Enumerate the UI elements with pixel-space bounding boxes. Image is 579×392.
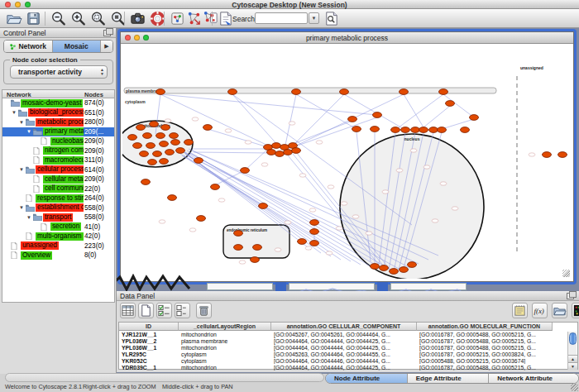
network-node[interactable] bbox=[400, 89, 409, 95]
import-attributes-icon[interactable] bbox=[552, 303, 567, 318]
tree-row[interactable]: unassigned223(0) bbox=[2, 241, 114, 251]
tree-row[interactable]: ▼transport558(0) bbox=[2, 213, 114, 222]
expand-arrow-icon[interactable]: ▼ bbox=[26, 215, 33, 220]
search-options-icon[interactable] bbox=[323, 10, 340, 27]
network-edge[interactable] bbox=[395, 94, 443, 130]
table-cell[interactable]: mitochondrion bbox=[179, 345, 271, 351]
network-node[interactable] bbox=[148, 160, 157, 165]
table-cell[interactable]: [GO:0044464, GO:0044444, GO:0044425, G..… bbox=[271, 338, 417, 345]
table-cell[interactable]: cytoplasm bbox=[179, 358, 271, 365]
tree-row[interactable]: nucleobase-209(0) bbox=[2, 136, 114, 146]
zoom-out-icon[interactable] bbox=[50, 10, 67, 27]
expand-arrow-icon[interactable]: ▼ bbox=[19, 167, 26, 172]
network-node[interactable] bbox=[267, 150, 276, 155]
network-view-window[interactable]: primary metabolic process plasma membran… bbox=[120, 31, 574, 282]
network-node[interactable] bbox=[228, 89, 237, 95]
network-node[interactable] bbox=[400, 267, 409, 273]
network-node[interactable] bbox=[156, 89, 165, 95]
table-cell[interactable]: plasma membrane bbox=[179, 338, 271, 345]
network-node[interactable] bbox=[203, 125, 213, 131]
control-panel-header[interactable]: Control Panel bbox=[0, 28, 116, 38]
network-node[interactable] bbox=[543, 152, 552, 158]
tab-network-attribute-browser[interactable]: Network Attribute Browser bbox=[489, 374, 578, 383]
table-cell[interactable]: YJR121W__1 bbox=[119, 332, 179, 338]
table-column-header[interactable]: ID bbox=[119, 323, 179, 331]
network-node[interactable] bbox=[340, 89, 349, 95]
network-node[interactable] bbox=[470, 115, 479, 121]
table-column-header[interactable]: annotation.GO CELLULAR_COMPONENT bbox=[271, 323, 417, 331]
unselect-attributes-icon[interactable] bbox=[175, 303, 190, 318]
function-builder-icon[interactable]: f(x) bbox=[532, 303, 548, 318]
delete-attribute-icon[interactable] bbox=[196, 303, 212, 318]
search-input[interactable] bbox=[255, 12, 308, 24]
network-node[interactable] bbox=[168, 195, 177, 201]
tree-row[interactable]: response to stimulu264(0) bbox=[2, 194, 114, 203]
network-node[interactable] bbox=[272, 143, 281, 149]
table-cell[interactable]: [GO:0016787, GO:0005488, GO:0005215, G..… bbox=[417, 365, 553, 371]
float-panel-icon[interactable] bbox=[567, 293, 574, 299]
table-cell[interactable]: [GO:0044464, GO:0044444, GO:0044425, G..… bbox=[271, 345, 417, 351]
network-node[interactable] bbox=[197, 216, 206, 222]
network-node[interactable] bbox=[391, 127, 400, 133]
network-node[interactable] bbox=[211, 184, 220, 190]
network-node[interactable] bbox=[165, 150, 175, 155]
edit-network-icon[interactable] bbox=[217, 10, 234, 27]
table-column-header[interactable]: _cellularLayoutRegion bbox=[179, 323, 271, 331]
network-node[interactable] bbox=[171, 140, 180, 146]
network-node[interactable] bbox=[310, 229, 319, 235]
vizmapper-icon[interactable] bbox=[185, 10, 203, 27]
table-cell[interactable]: mitochondrion bbox=[179, 365, 271, 371]
network-node[interactable] bbox=[429, 127, 438, 133]
network-edge[interactable] bbox=[245, 149, 268, 170]
network-node[interactable] bbox=[184, 140, 194, 146]
network-node[interactable] bbox=[419, 127, 428, 133]
tree-row[interactable]: ▼primary metabo209(... bbox=[2, 127, 114, 137]
network-node[interactable] bbox=[371, 264, 380, 270]
scroll-down-icon[interactable]: ▼ bbox=[568, 362, 577, 370]
network-node[interactable] bbox=[156, 133, 165, 139]
network-node[interactable] bbox=[234, 231, 243, 237]
expand-arrow-icon[interactable]: ▼ bbox=[12, 110, 18, 115]
tab-mosaic[interactable]: Mosaic bbox=[53, 41, 102, 52]
network-edge[interactable] bbox=[423, 106, 450, 127]
network-node[interactable] bbox=[143, 133, 152, 139]
open-session-icon[interactable] bbox=[5, 10, 22, 27]
network-node[interactable] bbox=[259, 203, 268, 209]
network-node[interactable] bbox=[371, 127, 380, 132]
manage-networks-icon[interactable] bbox=[169, 10, 186, 27]
network-node[interactable] bbox=[146, 143, 156, 149]
network-node[interactable] bbox=[160, 141, 169, 147]
network-node[interactable] bbox=[292, 89, 301, 95]
tree-header[interactable]: Network Nodes bbox=[2, 90, 114, 98]
network-edge[interactable] bbox=[296, 94, 356, 129]
window-resize-grip[interactable] bbox=[571, 384, 578, 391]
table-cell[interactable]: [GO:0016787, GO:0005488, GO:0005215, G..… bbox=[417, 345, 553, 351]
table-cell[interactable]: [GO:0016787, GO:0005488, GO:0005215, G..… bbox=[417, 332, 553, 338]
network-node[interactable] bbox=[310, 220, 319, 226]
network-node[interactable] bbox=[133, 143, 142, 149]
network-node[interactable] bbox=[241, 168, 250, 174]
network-node[interactable] bbox=[176, 148, 185, 154]
table-cell[interactable]: YPL036W__1 bbox=[119, 345, 179, 351]
scrollbar-thumb[interactable] bbox=[569, 332, 577, 345]
network-node[interactable] bbox=[234, 245, 243, 251]
network-edge[interactable] bbox=[344, 94, 405, 130]
snapshot-camera-icon[interactable] bbox=[129, 10, 146, 27]
tree-row[interactable]: ▼metabolic process280(0) bbox=[2, 117, 114, 127]
network-node[interactable] bbox=[439, 89, 448, 95]
table-cell[interactable]: YPL036W__2 bbox=[119, 338, 179, 345]
network-edge[interactable] bbox=[160, 94, 377, 115]
tab-edge-attribute-browser[interactable]: Edge Attribute Browser bbox=[408, 374, 489, 383]
network-node[interactable] bbox=[401, 127, 410, 133]
network-node[interactable] bbox=[461, 127, 470, 133]
network-node[interactable] bbox=[298, 239, 307, 245]
select-attributes-icon[interactable] bbox=[156, 303, 172, 318]
network-node[interactable] bbox=[128, 135, 137, 141]
tab-overflow-button[interactable]: ▶ bbox=[101, 41, 112, 52]
tree-row[interactable]: ▼establishment of lo558(0) bbox=[2, 203, 114, 213]
network-node[interactable] bbox=[446, 101, 455, 107]
table-cell[interactable]: [GO:0044464, GO:0044444, GO:0044425, G..… bbox=[271, 365, 417, 371]
node-color-dropdown[interactable]: transporter activity ▲▼ bbox=[10, 65, 108, 79]
network-edge[interactable] bbox=[232, 94, 280, 147]
expand-arrow-icon[interactable]: ▼ bbox=[19, 120, 26, 125]
